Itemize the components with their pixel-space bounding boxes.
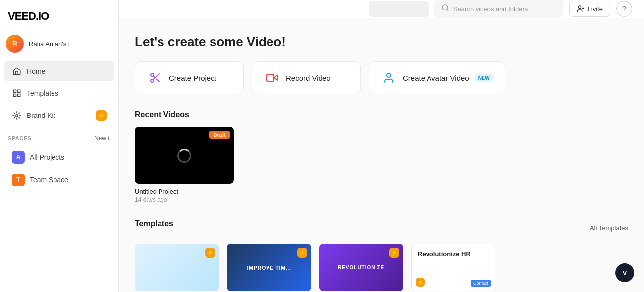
home-icon: [12, 66, 22, 76]
search-box[interactable]: Search videos and folders: [434, 0, 563, 18]
sidebar-item-brand-kit[interactable]: Brand Kit ⚡: [4, 105, 114, 126]
all-projects-label: All Projects: [30, 153, 64, 161]
page-title: Let's create some Video!: [135, 34, 628, 50]
search-placeholder: Search videos and folders: [453, 5, 528, 13]
template-card-4[interactable]: Revolutionize HR Contact ⚡: [411, 244, 495, 291]
template-contact-badge: Contact: [471, 280, 491, 287]
svg-line-14: [153, 76, 155, 78]
templates-label: Templates: [27, 89, 58, 97]
svg-point-7: [578, 6, 581, 8]
template-3-text: REVOLUTIONIZE: [338, 265, 384, 270]
spaces-new-button[interactable]: New +: [94, 135, 110, 142]
brand-kit-left: Brand Kit: [12, 111, 55, 120]
templates-section-title: Templates: [135, 219, 173, 228]
invite-button[interactable]: Invite: [569, 1, 610, 17]
svg-rect-1: [18, 90, 20, 92]
main-content: Search videos and folders Invite ? Let's…: [119, 0, 644, 292]
avatar: R: [6, 35, 24, 53]
video-grid: Draft Untitled Project 14 days ago: [135, 127, 628, 203]
svg-rect-2: [13, 94, 16, 97]
content-area: Let's create some Video! Create Project: [119, 18, 644, 292]
svg-line-13: [156, 79, 159, 82]
video-card[interactable]: Draft Untitled Project 14 days ago: [135, 127, 234, 203]
help-button[interactable]: ?: [616, 1, 632, 17]
scissors-icon: [147, 70, 163, 86]
template-cards: ⚡ IMPROVE TIM... ⚡ REVOLUTIONIZE ⚡ Revol…: [135, 244, 628, 291]
user-section[interactable]: R Rafia Aman's t: [0, 31, 118, 57]
template-4-text: Revolutionize HR: [418, 250, 489, 258]
search-icon: [441, 4, 449, 14]
all-templates-link[interactable]: All Templates: [590, 224, 628, 232]
topbar-logo-placeholder: [369, 1, 429, 17]
team-space-icon: T: [12, 174, 25, 186]
avatar-icon: [381, 70, 397, 86]
templates-header: Templates All Templates: [135, 219, 628, 236]
svg-point-17: [387, 73, 391, 77]
spaces-header: SPACES New +: [0, 127, 118, 146]
topbar: Search videos and folders Invite ?: [119, 0, 644, 18]
sidebar-item-all-projects[interactable]: A All Projects: [4, 147, 114, 168]
template-card-3[interactable]: REVOLUTIONIZE ⚡: [319, 244, 403, 291]
video-date: 14 days ago: [135, 196, 234, 203]
brand-kit-icon: [12, 111, 22, 120]
record-icon: [264, 70, 280, 86]
create-avatar-label: Create Avatar Video: [403, 74, 469, 82]
new-badge: NEW: [475, 74, 493, 82]
logo[interactable]: VEED.IO: [0, 0, 118, 31]
svg-rect-16: [267, 74, 274, 81]
template-2-text: IMPROVE TIM...: [247, 265, 291, 271]
user-name: Rafia Aman's t: [29, 40, 70, 48]
template-hr-upgrade: ⚡: [416, 278, 425, 287]
all-projects-icon: A: [12, 151, 25, 164]
sidebar-item-home[interactable]: Home: [4, 61, 114, 81]
sidebar-item-team-space[interactable]: T Team Space: [4, 170, 114, 190]
draft-badge: Draft: [209, 131, 230, 139]
templates-icon: [12, 88, 22, 98]
veed-chat-button[interactable]: V: [615, 263, 634, 282]
record-video-card[interactable]: Record Video: [252, 61, 361, 94]
create-project-card[interactable]: Create Project: [135, 61, 244, 94]
loading-spinner: [177, 149, 191, 163]
sidebar: VEED.IO R Rafia Aman's t Home Templates: [0, 0, 119, 292]
brand-kit-label: Brand Kit: [27, 112, 55, 119]
action-cards: Create Project Record Video Create Avata…: [135, 61, 628, 94]
create-project-label: Create Project: [169, 74, 216, 82]
invite-icon: [577, 5, 585, 13]
recent-videos-title: Recent Videos: [135, 110, 628, 119]
svg-rect-3: [18, 94, 20, 97]
svg-point-5: [442, 5, 448, 10]
template-card-2[interactable]: IMPROVE TIM... ⚡: [227, 244, 311, 291]
team-space-label: Team Space: [30, 176, 68, 184]
sidebar-item-templates[interactable]: Templates: [4, 83, 114, 103]
svg-marker-15: [274, 75, 277, 80]
svg-point-4: [16, 115, 18, 117]
home-label: Home: [27, 67, 45, 75]
video-title: Untitled Project: [135, 188, 234, 195]
template-upgrade-badge-1: ⚡: [205, 248, 215, 258]
video-thumbnail: Draft: [135, 127, 234, 184]
template-upgrade-badge-3: ⚡: [389, 248, 399, 258]
svg-rect-0: [13, 90, 16, 92]
record-video-label: Record Video: [286, 74, 331, 82]
spaces-label: SPACES: [8, 135, 31, 141]
upgrade-badge: ⚡: [96, 110, 107, 121]
svg-line-6: [447, 9, 448, 11]
template-upgrade-badge-2: ⚡: [297, 248, 307, 258]
create-avatar-card[interactable]: Create Avatar Video NEW: [369, 61, 505, 94]
template-card-1[interactable]: ⚡: [135, 244, 219, 291]
